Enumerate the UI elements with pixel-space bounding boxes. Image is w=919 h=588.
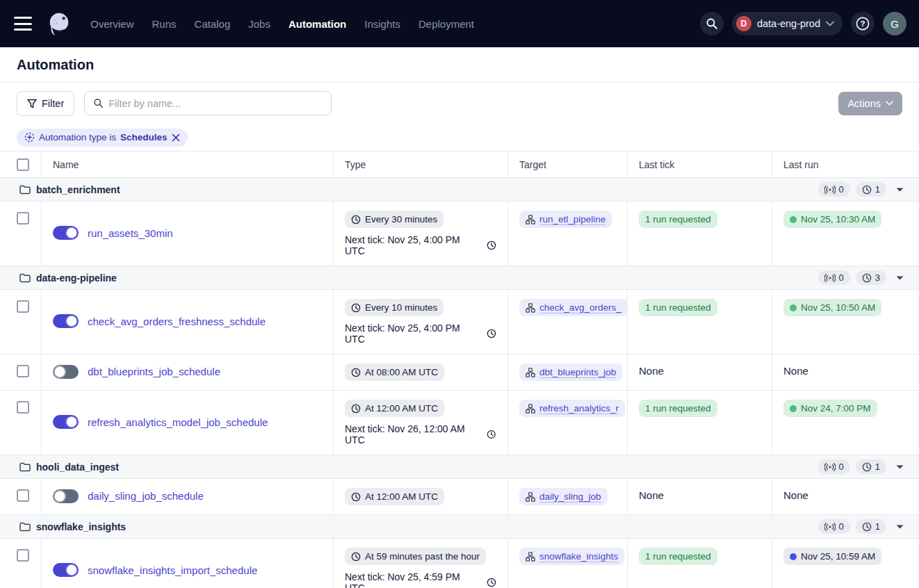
deployment-initial-badge: D xyxy=(736,16,751,31)
row-checkbox[interactable] xyxy=(17,401,29,414)
target-pill[interactable]: run_etl_pipeline xyxy=(519,211,612,228)
last-tick-text: 1 run requested xyxy=(645,403,711,414)
schedule-toggle[interactable] xyxy=(53,415,79,429)
help-icon[interactable]: ? xyxy=(851,12,875,35)
clock-icon xyxy=(862,462,872,472)
folder-icon xyxy=(19,273,31,283)
sensor-count: 0 xyxy=(839,521,844,532)
job-graph-icon xyxy=(526,368,535,377)
row-checkbox[interactable] xyxy=(17,365,29,377)
menu-icon[interactable] xyxy=(14,17,32,31)
group-row[interactable]: snowflake_insights 0 1 xyxy=(0,515,919,539)
clock-icon xyxy=(351,303,361,313)
schedule-count: 1 xyxy=(875,184,880,195)
last-tick-none: None xyxy=(639,488,664,501)
group-row[interactable]: batch_enrichment 0 1 xyxy=(0,178,919,202)
row-checkbox[interactable] xyxy=(17,212,29,224)
target-link[interactable]: daily_sling_job xyxy=(539,491,601,503)
automation-condition-icon xyxy=(24,132,35,142)
schedule-type-pill: At 59 minutes past the hour xyxy=(345,548,486,565)
nav-links: OverviewRunsCatalogJobsAutomationInsight… xyxy=(90,18,474,30)
schedule-count-badge: 1 xyxy=(856,182,886,197)
schedule-toggle[interactable] xyxy=(53,314,79,328)
schedule-name-link[interactable]: daily_sling_job_schedule xyxy=(88,490,204,502)
target-pill[interactable]: refresh_analytics_r xyxy=(519,400,625,417)
schedule-name-link[interactable]: snowflake_insights_import_schedule xyxy=(88,564,257,576)
nav-item-automation[interactable]: Automation xyxy=(288,18,346,30)
last-run-pill[interactable]: Nov 25, 10:59 AM xyxy=(783,548,881,565)
clock-icon xyxy=(862,522,872,532)
filter-chip-automation-type[interactable]: Automation type is Schedules xyxy=(17,129,188,147)
job-graph-icon xyxy=(526,552,535,562)
active-filters-row: Automation type is Schedules xyxy=(0,124,919,152)
nav-item-overview[interactable]: Overview xyxy=(90,18,134,30)
user-avatar[interactable]: G xyxy=(883,12,906,35)
target-pill[interactable]: daily_sling_job xyxy=(519,488,608,505)
nav-item-jobs[interactable]: Jobs xyxy=(248,18,270,30)
search-icon[interactable] xyxy=(700,12,724,35)
target-pill[interactable]: snowflake_insights xyxy=(519,548,624,565)
schedule-count-badge: 3 xyxy=(856,270,886,285)
schedule-row: dbt_blueprints_job_schedule At 08:00 AM … xyxy=(0,354,919,391)
schedule-toggle[interactable] xyxy=(53,489,79,503)
filter-button[interactable]: Filter xyxy=(17,91,74,116)
schedule-type-pill: Every 30 minutes xyxy=(345,211,444,228)
collapse-group-icon[interactable] xyxy=(896,465,904,469)
row-checkbox[interactable] xyxy=(17,300,29,313)
group-name: hooli_data_ingest xyxy=(36,462,119,473)
actions-button[interactable]: Actions xyxy=(838,92,902,115)
collapse-group-icon[interactable] xyxy=(896,188,904,192)
deployment-switcher[interactable]: D data-eng-prod xyxy=(732,12,843,35)
deployment-name: data-eng-prod xyxy=(757,18,820,29)
schedule-toggle[interactable] xyxy=(53,365,79,379)
row-checkbox[interactable] xyxy=(17,489,29,502)
group-name: data-eng-pipeline xyxy=(36,272,117,284)
target-pill[interactable]: dbt_blueprints_job xyxy=(519,364,622,381)
nav-item-catalog[interactable]: Catalog xyxy=(195,18,231,30)
name-filter-input[interactable] xyxy=(108,98,323,109)
target-link[interactable]: dbt_blueprints_job xyxy=(539,367,616,378)
schedule-name-link[interactable]: dbt_blueprints_job_schedule xyxy=(88,366,220,377)
schedule-type-pill: At 12:00 AM UTC xyxy=(345,488,444,505)
remove-filter-icon[interactable] xyxy=(172,133,180,142)
last-run-pill[interactable]: Nov 25, 10:30 AM xyxy=(783,211,881,228)
group-row[interactable]: data-eng-pipeline 0 3 xyxy=(0,266,919,290)
nav-item-insights[interactable]: Insights xyxy=(364,18,400,30)
target-pill[interactable]: check_avg_orders_ xyxy=(519,299,628,316)
target-link[interactable]: check_avg_orders_ xyxy=(539,302,621,313)
schedule-type-pill-label: At 08:00 AM UTC xyxy=(365,367,438,377)
last-run-pill[interactable]: Nov 24, 7:00 PM xyxy=(783,400,877,417)
collapse-group-icon[interactable] xyxy=(896,276,904,280)
schedule-toggle[interactable] xyxy=(53,563,79,577)
job-graph-icon xyxy=(526,404,535,414)
schedule-type-pill-label: At 12:00 AM UTC xyxy=(365,403,438,414)
schedule-toggle[interactable] xyxy=(53,226,79,240)
select-all-checkbox[interactable] xyxy=(17,158,29,171)
filter-chip-value: Schedules xyxy=(120,132,168,142)
schedule-count: 3 xyxy=(875,272,880,283)
top-navigation-bar: OverviewRunsCatalogJobsAutomationInsight… xyxy=(0,0,919,47)
target-link[interactable]: snowflake_insights xyxy=(539,551,618,562)
nav-item-deployment[interactable]: Deployment xyxy=(418,18,474,30)
dagster-logo-icon[interactable] xyxy=(46,10,72,37)
schedule-name-link[interactable]: check_avg_orders_freshness_schdule xyxy=(88,316,266,327)
schedule-name-link[interactable]: refresh_analytics_model_job_schedule xyxy=(88,416,268,428)
schedule-row: run_assets_30min Every 30 minutes Next t… xyxy=(0,202,919,266)
schedule-name-link[interactable]: run_assets_30min xyxy=(88,227,173,239)
collapse-group-icon[interactable] xyxy=(896,525,904,529)
clock-icon xyxy=(351,404,361,414)
last-run-pill[interactable]: Nov 25, 10:50 AM xyxy=(783,299,881,316)
chevron-down-icon xyxy=(826,21,834,26)
target-link[interactable]: refresh_analytics_r xyxy=(539,403,619,414)
next-tick-text: Next tick: Nov 26, 12:00 AM UTC xyxy=(345,423,482,446)
row-checkbox[interactable] xyxy=(17,549,29,562)
column-header-last-tick: Last tick xyxy=(628,152,772,177)
nav-item-runs[interactable]: Runs xyxy=(152,18,177,30)
target-link[interactable]: run_etl_pipeline xyxy=(539,214,605,225)
run-status-dot xyxy=(790,216,797,223)
job-graph-icon xyxy=(526,303,535,313)
clock-icon xyxy=(487,430,496,439)
search-icon xyxy=(93,98,104,108)
group-row[interactable]: hooli_data_ingest 0 1 xyxy=(0,455,919,479)
schedule-row: check_avg_orders_freshness_schdule Every… xyxy=(0,290,919,354)
